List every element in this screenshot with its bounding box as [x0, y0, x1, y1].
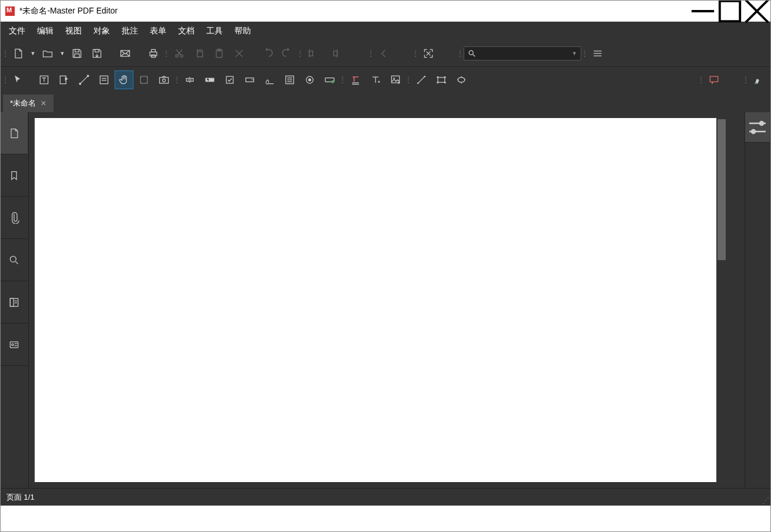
menu-annotate[interactable]: 批注 [116, 23, 144, 39]
paste-button [210, 44, 229, 63]
svg-rect-54 [444, 76, 446, 78]
edit-vector-tool[interactable] [75, 70, 93, 89]
hamburger-menu-button[interactable] [588, 44, 607, 63]
svg-rect-16 [309, 51, 313, 56]
search-dropdown-icon[interactable]: ▼ [572, 50, 577, 56]
prev-page-button [374, 44, 393, 63]
svg-rect-55 [437, 82, 439, 83]
menu-file[interactable]: 文件 [3, 23, 31, 39]
maximize-button[interactable] [716, 1, 743, 22]
toolbar-grip[interactable] [368, 45, 373, 62]
toolbar-grip[interactable] [582, 45, 587, 62]
button-tool[interactable] [320, 70, 339, 89]
close-button[interactable] [743, 1, 770, 22]
svg-point-51 [424, 75, 426, 77]
toolbar-grip[interactable] [743, 72, 748, 88]
save-button[interactable] [68, 44, 86, 63]
cut-button [170, 44, 189, 63]
edit-document-tool[interactable] [55, 70, 73, 89]
svg-rect-66 [10, 298, 14, 306]
text-field-tool[interactable] [200, 70, 219, 89]
vertical-scrollbar[interactable] [716, 118, 727, 482]
select-region-tool[interactable] [135, 70, 153, 89]
insert-image-tool[interactable] [386, 70, 405, 89]
radio-tool[interactable] [300, 70, 319, 89]
comment-tool[interactable] [705, 70, 723, 89]
toolbar-grip[interactable] [699, 72, 703, 88]
rectangle-tool[interactable] [432, 70, 451, 89]
delete-button [230, 44, 249, 63]
bookmarks-panel-tab[interactable] [1, 154, 28, 197]
toolbar-grip[interactable] [3, 45, 8, 62]
close-tab-icon[interactable]: ✕ [41, 99, 46, 107]
toolbar-grip[interactable] [413, 45, 418, 62]
canvas-area[interactable] [29, 112, 745, 488]
signatures-panel-tab[interactable] [1, 324, 28, 366]
snapshot-tool[interactable] [155, 70, 173, 89]
highlighter-tool[interactable] [749, 70, 768, 89]
svg-rect-62 [710, 76, 718, 82]
svg-line-64 [16, 261, 18, 264]
toolbar-grip[interactable] [298, 45, 303, 62]
copy-button [190, 44, 209, 63]
menu-tools[interactable]: 工具 [200, 23, 229, 39]
new-file-dropdown[interactable]: ▼ [29, 44, 37, 63]
link-tool[interactable] [180, 70, 199, 89]
scrollbar-thumb[interactable] [718, 119, 726, 260]
page-canvas[interactable] [35, 118, 716, 482]
svg-rect-31 [160, 77, 169, 83]
svg-point-18 [469, 50, 473, 55]
svg-rect-26 [87, 75, 89, 76]
right-side-panel [745, 112, 770, 488]
line-tool[interactable] [412, 70, 431, 89]
svg-rect-52 [438, 77, 445, 82]
resize-grip-icon[interactable]: ⋰ [762, 496, 769, 504]
svg-line-49 [418, 76, 425, 83]
toolbar-grip[interactable] [406, 72, 411, 88]
checkbox-tool[interactable] [220, 70, 239, 89]
svg-point-44 [331, 80, 334, 83]
open-file-button[interactable] [38, 44, 57, 63]
svg-rect-6 [95, 49, 99, 52]
toolbar-grip[interactable] [164, 45, 169, 62]
highlight-tool[interactable] [346, 70, 365, 89]
svg-rect-4 [75, 49, 79, 52]
minimize-button[interactable] [689, 1, 716, 22]
menu-object[interactable]: 对象 [88, 23, 116, 39]
toolbar-grip[interactable] [3, 72, 8, 88]
combobox-tool[interactable] [240, 70, 259, 89]
toolbar-grip[interactable] [458, 45, 462, 62]
properties-panel-tab[interactable] [745, 112, 770, 143]
align-right-button [324, 44, 343, 63]
toolbar-tools [1, 66, 770, 92]
toolbar-grip[interactable] [175, 72, 179, 88]
open-file-dropdown[interactable]: ▼ [58, 44, 66, 63]
save-as-button[interactable] [88, 44, 106, 63]
menu-help[interactable]: 帮助 [229, 23, 257, 39]
search-panel-tab[interactable] [1, 239, 28, 281]
menu-document[interactable]: 文档 [172, 23, 200, 39]
ellipse-tool[interactable] [452, 70, 471, 89]
search-input[interactable]: ▼ [464, 46, 581, 60]
email-button[interactable] [116, 44, 135, 63]
print-button[interactable] [144, 44, 163, 63]
new-file-button[interactable] [9, 44, 28, 63]
menu-edit[interactable]: 编辑 [31, 23, 59, 39]
svg-point-57 [458, 77, 465, 82]
toolbar-grip[interactable] [340, 72, 345, 88]
pages-panel-tab[interactable] [1, 112, 28, 154]
hand-tool[interactable] [115, 70, 133, 89]
menu-view[interactable]: 视图 [59, 23, 88, 39]
document-tab[interactable]: *未命名 ✕ [3, 95, 53, 112]
attachments-panel-tab[interactable] [1, 197, 28, 239]
title-bar: *未命名-Master PDF Editor [1, 1, 770, 22]
layers-panel-tab[interactable] [1, 281, 28, 324]
list-tool[interactable] [280, 70, 299, 89]
signature-tool[interactable] [260, 70, 279, 89]
edit-text-tool[interactable] [35, 70, 53, 89]
fit-page-button[interactable] [419, 44, 438, 63]
insert-text-tool[interactable] [366, 70, 385, 89]
select-tool[interactable] [9, 70, 28, 89]
menu-form[interactable]: 表单 [144, 23, 172, 39]
edit-forms-tool[interactable] [95, 70, 113, 89]
